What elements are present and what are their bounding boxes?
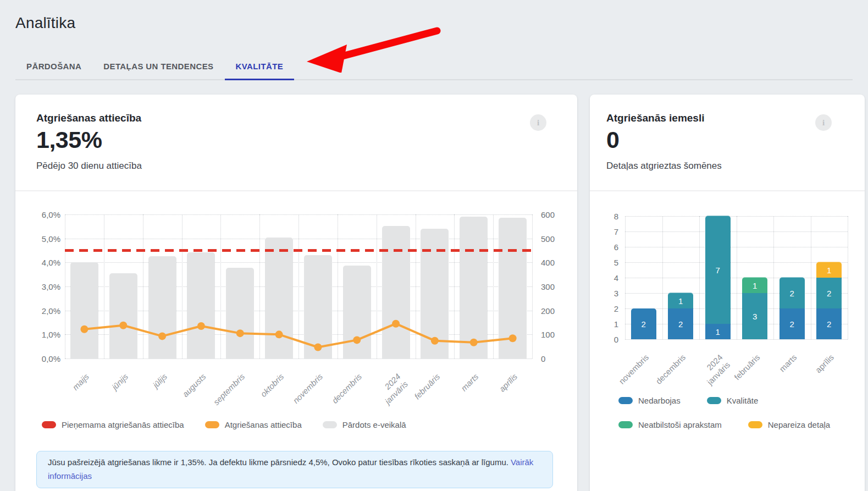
legend-item-nedarbojas: Nedarbojas	[618, 396, 681, 405]
tab-pardosana[interactable]: PĀRDOŠANA	[15, 53, 92, 79]
stack-segment-neatbilsto-i-aprakstam: 1	[742, 277, 767, 293]
tab-detalas-un-tendences[interactable]: DETAĻAS UN TENDENCES	[92, 53, 224, 79]
line-point	[158, 332, 166, 340]
y-axis-tick-left: 5,0%	[36, 234, 60, 243]
red-arrow-icon	[300, 22, 448, 73]
return-ratio-legend: Pieņemama atgriešanās attiecībaAtgriešan…	[42, 420, 406, 429]
legend-item-neatbilsto-i-aprakstam: Neatbilstoši aprakstam	[618, 420, 722, 429]
legend-swatch	[618, 421, 633, 428]
stack-segment-kvalit-te: 3	[742, 293, 767, 339]
x-axis-label: oktobris	[258, 372, 286, 399]
line-point	[314, 343, 322, 351]
gridline-horizontal	[625, 339, 848, 340]
combo-right-axis: 0100200300400500600	[535, 214, 557, 358]
x-axis-label: aprīlis	[814, 352, 837, 376]
x-axis-label: jūnijs	[110, 372, 130, 392]
y-axis-tick: 3	[606, 289, 618, 298]
x-axis-label: aprīlis	[497, 372, 520, 394]
stack-y-axis: 012345678	[606, 216, 618, 339]
return-ratio-chart: 0,0%1,0%2,0%3,0%4,0%5,0%6,0% 01002003004…	[36, 214, 557, 423]
info-icon[interactable]: i	[815, 114, 832, 131]
y-axis-tick-right: 500	[541, 234, 555, 243]
stack-segment-kvalit-te: 7	[705, 216, 731, 324]
stack-x-axis: novembrisdecembris2024 janvārisfebruāris…	[625, 346, 848, 398]
legend-label: Atgriešanas attiecība	[225, 420, 302, 429]
y-axis-tick-right: 400	[541, 258, 555, 267]
gridline-vertical	[625, 216, 626, 339]
stack-segment-nedarbojas: 2	[779, 308, 805, 339]
line-point	[275, 330, 283, 338]
legend-label: Pārdots e-veikalā	[342, 420, 406, 429]
y-axis-tick-left: 3,0%	[36, 282, 60, 291]
legend-swatch	[205, 421, 219, 428]
x-axis-label: jūlijs	[151, 372, 169, 390]
return-ratio-card: Atgriešanas attiecība i 1,35% Pēdējo 30 …	[15, 95, 577, 491]
legend-swatch	[42, 421, 56, 428]
y-axis-tick: 1	[606, 319, 618, 329]
return-ratio-value: 1,35%	[36, 126, 102, 153]
return-ratio-subtitle: Pēdējo 30 dienu attiecība	[36, 161, 142, 172]
x-axis-label: decembris	[330, 372, 364, 406]
return-reasons-chart: 012345678 221173122221 novembrisdecembri…	[606, 216, 848, 398]
legend-label: Neatbilstoši aprakstam	[638, 420, 722, 429]
combo-left-axis: 0,0%1,0%2,0%3,0%4,0%5,0%6,0%	[36, 214, 60, 358]
y-axis-tick-left: 4,0%	[36, 258, 60, 267]
legend-row: Neatbilstoši aprakstamNepareiza detaļa	[618, 420, 830, 429]
line-point	[431, 337, 439, 345]
x-axis-label: decembris	[654, 352, 688, 387]
x-axis-label: maijs	[71, 372, 92, 393]
analytics-page: Analītika PĀRDOŠANADETAĻAS UN TENDENCESK…	[0, 0, 868, 491]
combo-x-axis: maijsjūnijsjūlijsaugustsseptembrisoktobr…	[65, 365, 532, 420]
line-point	[353, 336, 361, 344]
line-point	[392, 320, 400, 328]
stack-plot-area: 221173122221	[625, 216, 848, 339]
x-axis-label: marts	[777, 352, 799, 374]
x-axis-label: augusts	[181, 372, 208, 399]
return-reasons-card: Atgriešanās iemesli i 0 Detaļas atgriezt…	[590, 95, 865, 491]
return-reasons-value: 0	[606, 126, 619, 153]
x-axis-label: novembris	[291, 372, 325, 406]
stack-segment-nepareiza-deta-a: 1	[816, 262, 842, 278]
y-axis-tick-right: 300	[541, 282, 555, 291]
legend-label: Kvalitāte	[727, 396, 759, 405]
gridline-vertical	[811, 216, 811, 339]
gridline-horizontal	[65, 358, 532, 359]
gridline-vertical	[532, 214, 533, 358]
y-axis-tick-right: 200	[541, 306, 555, 315]
legend-label: Nepareiza detaļa	[768, 420, 830, 429]
legend-swatch	[748, 421, 762, 428]
line-point	[509, 334, 517, 342]
y-axis-tick: 4	[606, 273, 618, 283]
line-point	[80, 326, 88, 333]
stack-segment-kvalit-te: 1	[668, 293, 693, 308]
stack-segment-kvalit-te: 2	[779, 277, 805, 308]
line-point	[470, 339, 478, 346]
y-axis-tick-right: 100	[541, 330, 555, 339]
return-reasons-card-title: Atgriešanās iemesli	[606, 112, 704, 124]
y-axis-tick-left: 6,0%	[36, 210, 60, 219]
y-axis-tick: 6	[606, 242, 618, 252]
y-axis-tick: 8	[606, 212, 618, 221]
y-axis-tick-right: 0	[541, 354, 545, 363]
y-axis-tick: 0	[606, 335, 618, 344]
legend-item-pie-emama-atgrie-an-s-attiec-ba: Pieņemama atgriešanās attiecība	[42, 420, 184, 429]
legend-row: NedarbojasKvalitāte	[618, 396, 830, 405]
return-ratio-line-layer	[65, 214, 532, 358]
x-axis-label: februāris	[412, 372, 443, 402]
card-divider	[15, 190, 577, 191]
y-axis-tick-right: 600	[541, 210, 555, 219]
line-point	[119, 322, 127, 329]
gridline-vertical	[773, 216, 774, 339]
legend-swatch	[618, 397, 633, 404]
y-axis-tick: 2	[606, 304, 618, 313]
stack-segment-kvalit-te: 2	[816, 277, 842, 308]
tab-kvalitate[interactable]: KVALITĀTE	[225, 53, 295, 79]
legend-swatch	[323, 421, 337, 428]
info-icon[interactable]: i	[530, 114, 546, 131]
stack-segment-nedarbojas: 1	[705, 324, 731, 339]
line-point	[236, 329, 244, 337]
card-divider	[590, 190, 865, 191]
legend-item-atgrie-anas-attiec-ba: Atgriešanas attiecība	[205, 420, 302, 429]
line-point	[197, 322, 205, 330]
return-policy-notice: Jūsu pašreizējā atgriešanas likme ir 1,3…	[36, 451, 553, 488]
